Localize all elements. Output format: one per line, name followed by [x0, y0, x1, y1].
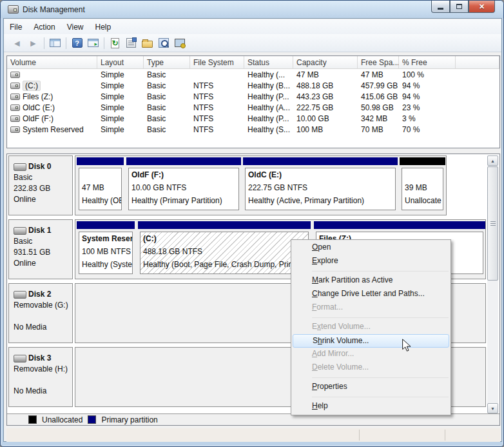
computer-settings-icon	[175, 39, 185, 47]
table-row[interactable]: Files (Z:) Simple Basic NTFS Healthy (P.…	[7, 91, 499, 102]
vertical-scrollbar[interactable]: ▲ ▼	[487, 155, 498, 413]
menu-item-properties[interactable]: Properties	[291, 381, 451, 394]
refresh-button[interactable]: ↻	[107, 35, 123, 51]
column-header-layout[interactable]: Layout	[97, 56, 144, 68]
forward-button[interactable]: ►	[25, 35, 41, 51]
window-title: Disk Management	[23, 5, 85, 14]
help-button[interactable]: ?	[69, 35, 85, 51]
disk-state: No Media	[14, 322, 72, 333]
mouse-cursor	[400, 339, 414, 353]
menu-item-open[interactable]: Open	[291, 241, 451, 255]
primary-partition-strip	[243, 157, 398, 165]
cell-pct: 3 %	[399, 113, 456, 124]
volume-list-body: Simple Basic Healthy (... 47 MB 47 MB 10…	[7, 69, 499, 135]
partition-status: Healthy (OE	[82, 194, 119, 207]
triangle-down-icon: ▼	[490, 406, 495, 411]
cell-status: Healthy (B...	[244, 80, 293, 91]
partition-title	[82, 168, 119, 181]
menu-action[interactable]: Action	[28, 21, 61, 34]
partition-oldf[interactable]: OldF (F:) 10.00 GB NTFS Healthy (Primary…	[126, 157, 241, 214]
minimize-button[interactable]	[431, 1, 450, 13]
scroll-down-button[interactable]: ▼	[487, 403, 498, 413]
disk-kind: Basic	[14, 172, 72, 183]
column-header-type[interactable]: Type	[144, 56, 190, 68]
cell-status: Healthy (A...	[244, 102, 293, 113]
menu-file[interactable]: File	[4, 21, 28, 34]
partition-unallocated[interactable]: 39 MB Unallocate	[400, 157, 445, 214]
disk2-label[interactable]: Disk 2 Removable (G:) No Media	[8, 283, 73, 343]
menu-item-add-mirror: Add Mirror...	[291, 348, 451, 361]
show-action-pane-button[interactable]	[85, 35, 101, 51]
menu-item-help[interactable]: Help	[291, 400, 451, 413]
column-header-status[interactable]: Status	[244, 56, 293, 68]
partition-status: Healthy (Syster	[82, 258, 130, 271]
cell-layout: Simple	[97, 113, 144, 124]
close-button[interactable]: ✕	[469, 1, 495, 13]
primary-partition-strip	[77, 157, 124, 165]
cell-layout: Simple	[97, 102, 144, 113]
open-folder-icon	[142, 41, 153, 48]
column-header-filesystem[interactable]: File System	[190, 56, 244, 68]
table-row[interactable]: (C:) Simple Basic NTFS Healthy (B... 488…	[7, 80, 499, 91]
scrollbar-thumb[interactable]	[487, 166, 498, 281]
volume-icon	[10, 104, 20, 111]
cell-capacity: 222.75 GB	[293, 102, 358, 113]
column-header-volume[interactable]: Volume	[7, 56, 97, 68]
primary-partition-strip	[314, 221, 485, 229]
table-row[interactable]: OldC (E:) Simple Basic NTFS Healthy (A..…	[7, 102, 499, 113]
back-button[interactable]: ◄	[9, 35, 25, 51]
partition-system-reserved[interactable]: System Reserv 100 MB NTFS Healthy (Syste…	[77, 221, 135, 277]
table-row[interactable]: Simple Basic Healthy (... 47 MB 47 MB 10…	[7, 69, 499, 80]
cell-pct: 94 %	[399, 80, 456, 91]
partition-c-selected[interactable]: (C:) 488.18 GB NTFS Healthy (Boot, Page …	[138, 221, 311, 277]
properties-button[interactable]	[123, 35, 139, 51]
scroll-up-button[interactable]: ▲	[487, 155, 498, 166]
column-header-capacity[interactable]: Capacity	[293, 56, 358, 68]
menu-view[interactable]: View	[61, 21, 90, 34]
show-console-tree-button[interactable]	[47, 35, 63, 51]
caption-buttons: ✕	[431, 1, 495, 13]
partition-oem[interactable]: 47 MB Healthy (OE	[77, 157, 124, 214]
maximize-button[interactable]	[450, 1, 469, 13]
title-bar[interactable]: Disk Management ✕	[1, 1, 503, 18]
disk-name: Disk 0	[28, 161, 51, 172]
menu-help[interactable]: Help	[90, 21, 117, 34]
table-row[interactable]: OldF (F:) Simple Basic NTFS Healthy (P..…	[7, 113, 499, 124]
column-header-pctfree[interactable]: % Free	[399, 56, 456, 68]
disk-icon	[14, 355, 26, 363]
legend-label-unallocated: Unallocated	[42, 415, 82, 424]
table-row[interactable]: System Reserved Simple Basic NTFS Health…	[7, 124, 499, 135]
disk1-label[interactable]: Disk 1 Basic 931.51 GB Online	[8, 219, 73, 279]
settings-button[interactable]	[171, 35, 188, 51]
disk-size	[14, 311, 72, 322]
cell-pct: 100 %	[399, 69, 456, 80]
toolbar-separator	[66, 37, 66, 49]
cell-layout: Simple	[97, 91, 144, 102]
partition-title: OldF (F:)	[131, 168, 236, 181]
cell-volume: (C:)	[23, 81, 41, 91]
disk-icon	[14, 163, 26, 171]
open-button[interactable]	[139, 35, 155, 51]
menu-bar: File Action View Help	[4, 19, 501, 34]
menu-item-shrink-volume[interactable]: Shrink Volume...	[293, 334, 449, 348]
unallocated-swatch	[28, 415, 37, 424]
volume-icon	[10, 72, 20, 78]
volume-icon	[10, 126, 20, 133]
primary-partition-strip	[138, 221, 311, 229]
menu-item-mark-partition-active[interactable]: Mark Partition as Active	[291, 274, 451, 288]
cell-layout: Simple	[97, 69, 144, 80]
cell-capacity: 47 MB	[293, 69, 358, 80]
menu-item-change-drive-letter[interactable]: Change Drive Letter and Paths...	[291, 288, 451, 301]
disk3-label[interactable]: Disk 3 Removable (H:) No Media	[8, 347, 73, 407]
partition-oldc[interactable]: OldC (E:) 222.75 GB NTFS Healthy (Active…	[243, 157, 398, 214]
menu-item-explore[interactable]: Explore	[291, 255, 451, 268]
column-header-freespace[interactable]: Free Spa...	[358, 56, 399, 68]
find-button[interactable]	[155, 35, 171, 51]
cell-fs: NTFS	[190, 80, 244, 91]
menu-item-delete-volume: Delete Volume...	[291, 361, 451, 375]
partition-status: Healthy (Boot, Page File, Crash Dump, Pr…	[143, 258, 305, 271]
menu-item-format: Format...	[291, 301, 451, 315]
cell-fs: NTFS	[190, 124, 244, 135]
cell-layout: Simple	[97, 124, 144, 135]
disk0-label[interactable]: Disk 0 Basic 232.83 GB Online	[8, 155, 73, 215]
